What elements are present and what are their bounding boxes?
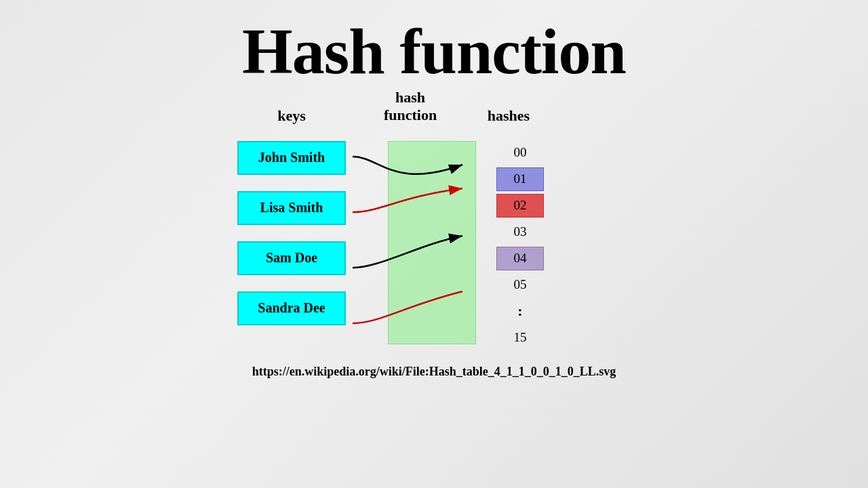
- hash-01: 01: [496, 167, 544, 191]
- hash-05: 05: [496, 273, 544, 297]
- header-keys: keys: [237, 107, 346, 125]
- hash-15: 15: [496, 326, 544, 350]
- hashes-column: 00 01 02 03 04 05 : 15: [496, 141, 544, 350]
- hash-dots: :: [496, 300, 544, 323]
- header-hash-function: hash function: [346, 89, 475, 125]
- hash-02: 02: [496, 194, 544, 218]
- hash-03: 03: [496, 220, 544, 244]
- header-hashes: hashes: [475, 107, 542, 125]
- hash-function-box: [388, 141, 476, 344]
- key-sam-doe: Sam Doe: [237, 241, 346, 275]
- diagram-body: John Smith Lisa Smith Sam Doe Sandra Dee…: [237, 129, 631, 346]
- hash-00: 00: [496, 141, 544, 165]
- page-title: Hash function: [242, 14, 626, 89]
- key-john-smith: John Smith: [237, 141, 346, 175]
- key-lisa-smith: Lisa Smith: [237, 191, 346, 225]
- keys-column: John Smith Lisa Smith Sam Doe Sandra Dee: [237, 141, 346, 325]
- key-sandra-dee: Sandra Dee: [237, 291, 346, 325]
- footer-url: https://en.wikipedia.org/wiki/File:Hash_…: [252, 365, 616, 379]
- column-headers: keys hash function hashes: [237, 89, 631, 125]
- diagram-wrapper: keys hash function hashes John Smith Lis…: [237, 89, 631, 346]
- hash-04: 04: [496, 247, 544, 270]
